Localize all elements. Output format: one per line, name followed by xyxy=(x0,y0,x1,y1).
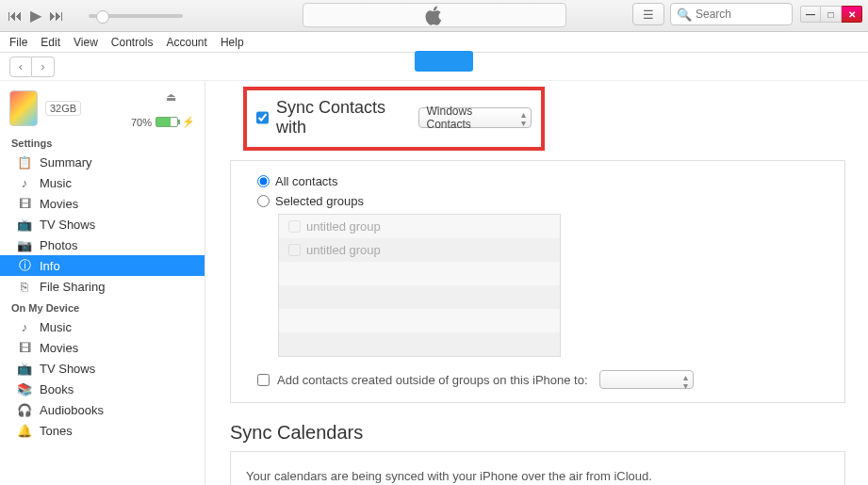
sidebar-item-label: Music xyxy=(40,320,72,334)
contacts-provider-dropdown[interactable]: Windows Contacts ▴▾ xyxy=(418,107,532,128)
menu-bar: File Edit View Controls Account Help xyxy=(0,32,868,53)
tones-icon: 🔔 xyxy=(17,423,32,438)
list-view-button[interactable]: ☰ xyxy=(632,3,664,25)
group-row-empty: . xyxy=(279,309,560,332)
group-row[interactable]: untitled group xyxy=(279,215,560,238)
apple-logo-icon xyxy=(423,4,446,29)
sidebar-item-label: Movies xyxy=(40,197,78,211)
group-checkbox xyxy=(288,220,301,233)
sidebar-item-label: Info xyxy=(40,259,60,273)
tv-icon: 📺 xyxy=(17,361,32,376)
group-name: untitled group xyxy=(306,243,381,257)
sidebar-item-label: Movies xyxy=(40,341,78,355)
volume-slider[interactable] xyxy=(89,14,183,18)
device-header[interactable]: 32GB ⏏ 70% ⚡ xyxy=(0,87,205,132)
selected-groups-label: Selected groups xyxy=(275,194,364,208)
play-button[interactable]: ▶ xyxy=(30,7,41,24)
selected-groups-radio[interactable] xyxy=(257,195,270,207)
sidebar-item-photos[interactable]: 📷Photos xyxy=(0,234,205,255)
info-icon: ⓘ xyxy=(17,258,32,273)
sidebar-item-label: Music xyxy=(40,176,72,190)
prev-track-button[interactable]: ⏮ xyxy=(8,8,23,24)
menu-controls[interactable]: Controls xyxy=(111,36,154,49)
sidebar-item-device-audiobooks[interactable]: 🎧Audiobooks xyxy=(0,399,205,420)
group-name: untitled group xyxy=(306,219,381,234)
device-capacity-badge: 32GB xyxy=(45,101,81,116)
device-tab-indicator[interactable] xyxy=(415,51,473,72)
tv-icon: 📺 xyxy=(17,217,32,232)
dropdown-value xyxy=(608,373,611,386)
device-thumbnail-icon xyxy=(9,90,38,126)
menu-help[interactable]: Help xyxy=(221,36,244,49)
calendars-info-line1: Your calendars are being synced with you… xyxy=(246,465,829,485)
top-toolbar: ⏮ ▶ ⏭ ☰ 🔍 — □ ✕ xyxy=(0,0,868,32)
movies-icon: 🎞 xyxy=(17,340,32,355)
music-icon: ♪ xyxy=(17,319,32,334)
all-contacts-label: All contacts xyxy=(275,174,337,188)
dropdown-value: Windows Contacts xyxy=(427,105,515,131)
sync-contacts-checkbox[interactable] xyxy=(256,111,269,124)
books-icon: 📚 xyxy=(17,381,32,396)
charging-icon: ⚡ xyxy=(182,116,195,128)
sidebar-item-label: Tones xyxy=(40,424,73,438)
menu-account[interactable]: Account xyxy=(167,36,207,49)
sidebar-item-label: Books xyxy=(40,382,74,396)
photos-icon: 📷 xyxy=(17,237,32,252)
sidebar-item-device-tvshows[interactable]: 📺TV Shows xyxy=(0,358,205,379)
sidebar-item-movies[interactable]: 🎞Movies xyxy=(0,193,205,214)
sync-contacts-header: Sync Contacts with Windows Contacts ▴▾ xyxy=(243,87,545,151)
sidebar-item-device-movies[interactable]: 🎞Movies xyxy=(0,337,205,358)
sidebar-item-device-music[interactable]: ♪Music xyxy=(0,316,205,337)
selected-groups-radio-row[interactable]: Selected groups xyxy=(257,194,829,208)
menu-file[interactable]: File xyxy=(9,36,27,49)
battery-percent: 70% xyxy=(131,117,152,128)
sidebar-item-info[interactable]: ⓘInfo xyxy=(0,255,205,276)
all-contacts-radio[interactable] xyxy=(257,175,270,187)
menu-edit[interactable]: Edit xyxy=(41,36,60,49)
sidebar-item-device-tones[interactable]: 🔔Tones xyxy=(0,420,205,441)
groups-list: untitled group untitled group . . . . xyxy=(278,214,561,357)
nav-back-button[interactable]: ‹ xyxy=(9,57,32,77)
group-row-empty: . xyxy=(279,262,560,285)
group-row-empty: . xyxy=(279,285,560,309)
add-outside-checkbox[interactable] xyxy=(257,374,270,386)
summary-icon: 📋 xyxy=(17,154,32,170)
sync-calendars-heading: Sync Calendars xyxy=(230,422,845,444)
window-maximize-button[interactable]: □ xyxy=(821,6,842,23)
sidebar-item-music[interactable]: ♪Music xyxy=(0,172,205,193)
search-icon: 🔍 xyxy=(677,8,692,22)
search-field[interactable]: 🔍 xyxy=(670,3,793,25)
sync-contacts-title: Sync Contacts with xyxy=(276,98,410,137)
sidebar-item-summary[interactable]: 📋Summary xyxy=(0,152,205,172)
battery-icon xyxy=(156,117,178,127)
window-close-button[interactable]: ✕ xyxy=(842,6,862,23)
sidebar-item-label: Summary xyxy=(40,155,92,170)
add-outside-dropdown[interactable]: ▴▾ xyxy=(599,370,694,389)
sidebar-item-label: Audiobooks xyxy=(40,403,104,417)
music-icon: ♪ xyxy=(17,175,32,190)
audiobooks-icon: 🎧 xyxy=(17,402,32,417)
sidebar-item-filesharing[interactable]: ⎘File Sharing xyxy=(0,276,205,297)
chevron-updown-icon: ▴▾ xyxy=(683,373,688,390)
filesharing-icon: ⎘ xyxy=(17,279,32,294)
sidebar-item-tvshows[interactable]: 📺TV Shows xyxy=(0,214,205,234)
add-outside-label: Add contacts created outside of groups o… xyxy=(277,373,588,387)
group-row[interactable]: untitled group xyxy=(279,238,560,262)
sync-calendars-panel: Your calendars are being synced with you… xyxy=(230,451,845,485)
nav-forward-button[interactable]: › xyxy=(32,57,55,77)
sidebar: 32GB ⏏ 70% ⚡ Settings 📋Summary ♪Music 🎞M… xyxy=(0,81,205,485)
all-contacts-radio-row[interactable]: All contacts xyxy=(257,174,829,188)
nav-bar: ‹ › xyxy=(0,53,868,81)
group-checkbox xyxy=(288,244,301,256)
next-track-button[interactable]: ⏭ xyxy=(49,8,64,24)
chevron-updown-icon: ▴▾ xyxy=(521,110,526,127)
main-pane: Sync Contacts with Windows Contacts ▴▾ A… xyxy=(205,81,868,485)
search-input[interactable] xyxy=(696,8,786,21)
eject-icon[interactable]: ⏏ xyxy=(166,90,176,104)
sidebar-item-label: File Sharing xyxy=(40,280,105,294)
sidebar-item-device-books[interactable]: 📚Books xyxy=(0,379,205,399)
sidebar-item-label: TV Shows xyxy=(40,362,95,376)
window-minimize-button[interactable]: — xyxy=(800,6,821,23)
on-device-section-header: On My Device xyxy=(0,297,205,316)
menu-view[interactable]: View xyxy=(74,36,98,49)
